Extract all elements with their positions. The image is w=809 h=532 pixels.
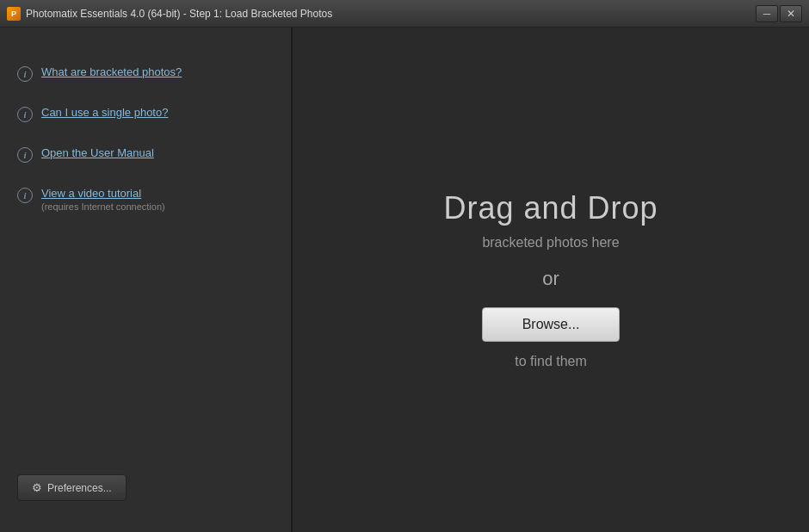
single-photo-link[interactable]: Can I use a single photo? [41,106,168,119]
video-tutorial-link[interactable]: View a video tutorial [41,187,165,200]
user-manual-link[interactable]: Open the User Manual [41,146,154,159]
help-links: i What are bracketed photos? i Can I use… [0,45,291,461]
drop-area[interactable]: Drag and Drop bracketed photos here or B… [443,190,658,369]
help-text-bracketed: What are bracketed photos? [41,65,182,78]
minimize-button[interactable]: ─ [756,5,778,22]
drag-drop-subtitle: bracketed photos here [482,235,619,251]
right-panel[interactable]: Drag and Drop bracketed photos here or B… [293,28,809,532]
close-button[interactable]: ✕ [780,5,802,22]
preferences-button[interactable]: ⚙ Preferences... [17,474,127,501]
titlebar-controls: ─ ✕ [756,5,802,22]
help-item-bracketed[interactable]: i What are bracketed photos? [0,53,291,94]
browse-button[interactable]: Browse... [482,307,620,342]
titlebar-title: Photomatix Essentials 4.0 (64-bit) - Ste… [26,8,332,20]
info-icon-tutorial: i [17,188,33,203]
help-text-manual: Open the User Manual [41,146,154,159]
help-item-single[interactable]: i Can I use a single photo? [0,94,291,134]
info-icon-bracketed: i [17,66,33,82]
titlebar: P Photomatix Essentials 4.0 (64-bit) - S… [0,0,809,28]
help-item-manual[interactable]: i Open the User Manual [0,134,291,175]
preferences-label: Preferences... [47,482,112,494]
main-content: i What are bracketed photos? i Can I use… [0,28,809,532]
bottom-bar: ⚙ Preferences... [0,461,291,515]
or-text: or [542,268,559,290]
app-icon: P [7,7,21,21]
find-text: to find them [515,354,587,369]
info-icon-manual: i [17,147,33,163]
left-panel: i What are bracketed photos? i Can I use… [0,28,293,532]
help-text-tutorial: View a video tutorial (requires Internet… [41,187,165,212]
help-item-tutorial[interactable]: i View a video tutorial (requires Intern… [0,175,291,224]
info-icon-single: i [17,107,33,122]
gear-icon: ⚙ [32,481,42,494]
bracketed-photos-link[interactable]: What are bracketed photos? [41,65,182,78]
drag-drop-title: Drag and Drop [443,190,658,226]
video-tutorial-subtext: (requires Internet connection) [41,201,165,212]
titlebar-left: P Photomatix Essentials 4.0 (64-bit) - S… [7,7,332,21]
help-text-single: Can I use a single photo? [41,106,168,119]
